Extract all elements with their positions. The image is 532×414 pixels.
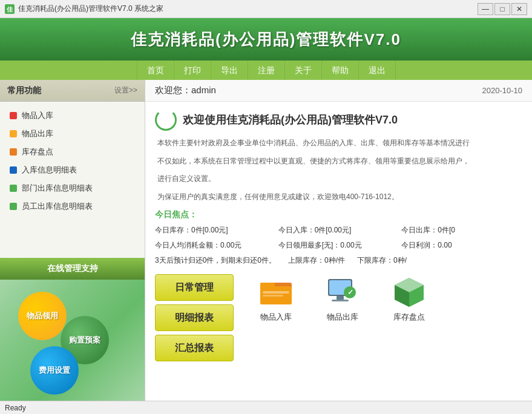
icon-label-outbound: 物品出库: [327, 312, 358, 323]
menu-item-inbound-detail[interactable]: 入库信息明细表: [0, 161, 145, 179]
emp-outbound-icon: [10, 203, 17, 210]
sidebar-header: 常用功能 设置>>: [0, 80, 145, 102]
inbound-icon: [10, 112, 17, 119]
desc-4: 为保证用户的真实满意度，任何使用意见或建议，欢迎致电400-716-1012。: [155, 191, 522, 204]
nav-home[interactable]: 首页: [137, 61, 174, 80]
desc-3: 进行自定义设置。: [155, 172, 522, 186]
content-header: 欢迎您：admin 2020-10-10: [145, 80, 532, 102]
svg-rect-10: [332, 300, 349, 301]
stat-profit: 今日利润：0.00: [401, 239, 522, 252]
bubble-item-fee[interactable]: 费用设置: [30, 346, 79, 395]
sidebar-bottom: 物品领用 购置预案 费用设置: [0, 280, 145, 401]
bottom-section: 日常管理 明细报表 汇总报表: [155, 274, 522, 361]
bubble-item-usage[interactable]: 物品领用: [18, 292, 67, 340]
nav-register[interactable]: 注册: [248, 61, 285, 80]
maximize-button[interactable]: □: [494, 3, 510, 15]
main-container: 常用功能 设置>> 物品入库 物品出库 库存盘点 入库信息明细表 部门出: [0, 80, 532, 401]
stat-inbound: 今日入库：0件[0.00元]: [278, 224, 399, 237]
detail-report-button[interactable]: 明细报表: [155, 304, 234, 331]
c-logo-icon: [155, 109, 177, 131]
nav-exit[interactable]: 退出: [359, 61, 396, 80]
menu-item-inbound[interactable]: 物品入库: [0, 107, 145, 125]
stat-return-note: 3天后预计归还0件，到期未归还0件。 上限库存：0种/件 下限库存：0种/: [155, 255, 522, 266]
menu-label-inventory: 库存盘点: [22, 146, 53, 157]
button-group: 日常管理 明细报表 汇总报表: [155, 274, 234, 361]
computer-icon: ✓: [326, 274, 360, 308]
stats-grid: 今日库存：0件[0.00元] 今日入库：0件[0.00元] 今日出库：0件[0 …: [155, 224, 522, 252]
nav-export[interactable]: 导出: [211, 61, 248, 80]
desc-2: 不仅如此，本系统在日常管理过程中以更直观、便捷的方式将库存、领用等重要信息展示给…: [155, 155, 522, 168]
bubble-label-purchase: 购置预案: [69, 335, 100, 346]
icon-item-inventory[interactable]: 库存盘点: [385, 274, 433, 323]
online-support-label: 在线管理支持: [47, 263, 98, 274]
date-display: 2020-10-10: [482, 86, 523, 95]
sidebar: 常用功能 设置>> 物品入库 物品出库 库存盘点 入库信息明细表 部门出: [0, 80, 145, 401]
status-bar: Ready: [0, 401, 532, 414]
menu-label-outbound: 物品出库: [22, 128, 53, 139]
minimize-button[interactable]: —: [478, 3, 493, 15]
today-focus-label: 今日焦点：: [155, 209, 522, 220]
menu-label-emp-outbound: 员工出库信息明细表: [22, 201, 93, 212]
welcome-label: 欢迎您：admin: [155, 85, 216, 96]
stat-outbound: 今日出库：0件[0: [401, 224, 522, 237]
app-title: 佳克消耗品(办公用品)管理软件V7.0: [131, 29, 401, 50]
dept-outbound-icon: [10, 185, 17, 192]
online-support-header: 在线管理支持: [0, 258, 145, 280]
app-icon: 佳: [5, 4, 15, 14]
svg-rect-6: [263, 295, 283, 297]
svg-text:佳: 佳: [6, 6, 13, 13]
icon-label-inbound: 物品入库: [260, 312, 292, 323]
welcome-main-title: 欢迎使用佳克消耗品(办公用品)管理软件V7.0: [183, 113, 398, 127]
menu-item-emp-outbound[interactable]: 员工出库信息明细表: [0, 197, 145, 215]
bubble-label-fee: 费用设置: [39, 365, 70, 376]
inventory-icon: [10, 148, 17, 156]
menu-item-inventory[interactable]: 库存盘点: [0, 143, 145, 161]
status-text: Ready: [5, 404, 26, 412]
stat-inventory: 今日库存：0件[0.00元]: [155, 224, 276, 237]
content-area: 欢迎您：admin 2020-10-10 欢迎使用佳克消耗品(办公用品)管理软件…: [145, 80, 532, 401]
folder-icon: [259, 274, 293, 308]
content-body: 欢迎使用佳克消耗品(办公用品)管理软件V7.0 本软件主要针对政府及企事业单位中…: [145, 102, 532, 401]
inbound-detail-icon: [10, 166, 17, 174]
outbound-icon: [10, 130, 17, 137]
menu-item-outbound[interactable]: 物品出库: [0, 125, 145, 143]
svg-text:✓: ✓: [347, 288, 353, 297]
icon-item-outbound[interactable]: ✓ 物品出库: [318, 274, 367, 323]
nav-print[interactable]: 打印: [174, 61, 211, 80]
icon-group: 物品入库 ✓ 物品: [252, 274, 433, 361]
icon-item-inbound[interactable]: 物品入库: [252, 274, 300, 323]
summary-report-button[interactable]: 汇总报表: [155, 335, 234, 361]
header-banner: 佳克消耗品(办公用品)管理软件V7.0: [0, 18, 532, 61]
menu-label-dept-outbound: 部门出库信息明细表: [22, 183, 93, 194]
svg-rect-9: [337, 296, 344, 300]
stat-max-usage: 今日领用最多[无]：0.00元: [278, 239, 399, 252]
title-bar: 佳 佳克消耗品(办公用品)管理软件V7.0 系统之家 — □ ✕: [0, 0, 532, 18]
menu-label-inbound: 物品入库: [22, 110, 53, 121]
stat-avg-cost: 今日人均消耗金额：0.00元: [155, 239, 276, 252]
icon-label-inventory: 库存盘点: [393, 312, 425, 323]
window-controls: — □ ✕: [478, 3, 527, 15]
box-icon: [392, 274, 426, 308]
welcome-title-row: 欢迎使用佳克消耗品(办公用品)管理软件V7.0: [155, 109, 522, 131]
svg-rect-5: [263, 291, 289, 294]
nav-bar: 首页 打印 导出 注册 关于 帮助 退出: [0, 61, 532, 80]
nav-help[interactable]: 帮助: [322, 61, 359, 80]
sidebar-title: 常用功能: [7, 85, 114, 96]
daily-management-button[interactable]: 日常管理: [155, 274, 234, 301]
sidebar-menu: 物品入库 物品出库 库存盘点 入库信息明细表 部门出库信息明细表 员工出库信息明…: [0, 102, 145, 258]
desc-1: 本软件主要针对政府及企事业单位中消耗品、办公用品的入库、出库、领用和库存等基本情…: [155, 137, 522, 150]
menu-label-inbound-detail: 入库信息明细表: [22, 165, 77, 176]
window-title: 佳克消耗品(办公用品)管理软件V7.0 系统之家: [18, 4, 478, 14]
menu-item-dept-outbound[interactable]: 部门出库信息明细表: [0, 179, 145, 197]
close-button[interactable]: ✕: [511, 3, 527, 15]
nav-about[interactable]: 关于: [285, 61, 322, 80]
bubble-label-usage: 物品领用: [27, 310, 58, 321]
sidebar-settings[interactable]: 设置>>: [114, 85, 137, 96]
